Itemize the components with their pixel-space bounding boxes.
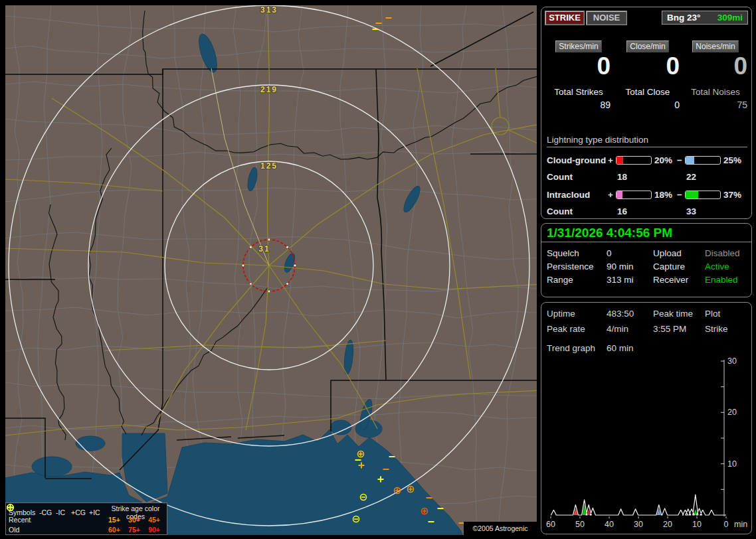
- ring-label-313: 313: [260, 5, 278, 15]
- status-panel: 1/31/2026 4:04:56 PM Squelch 0 Upload Di…: [541, 223, 752, 297]
- cg-positive-pct: 20%: [654, 155, 672, 165]
- ring-label-219: 219: [260, 85, 278, 94]
- legend-old-label: Old: [9, 526, 39, 534]
- upload-label: Upload: [653, 248, 682, 258]
- status-row: Squelch 0 Upload Disabled: [541, 248, 753, 262]
- close-per-min-value: 0: [616, 53, 680, 80]
- cg-negative-count: 22: [686, 172, 696, 182]
- trend-x-unit: min: [734, 520, 747, 529]
- intracloud-row: Intracloud + 18% − 37%: [547, 190, 747, 200]
- trend-graph-label: Trend graph: [547, 343, 595, 353]
- persistence-value: 90 min: [607, 262, 634, 271]
- persistence-label: Persistence: [547, 262, 594, 271]
- uptime-label: Uptime: [547, 309, 575, 319]
- noises-per-min-value: 0: [684, 53, 747, 80]
- upload-status: Disabled: [705, 248, 740, 258]
- age-90: 90+: [148, 526, 160, 534]
- close-per-min-button[interactable]: Close/min: [626, 40, 668, 52]
- count-label: Count: [547, 206, 573, 216]
- legend-old-ages: 60+ 75+ 90+: [107, 526, 164, 534]
- status-row: Range 313 mi Receiver Enabled: [541, 275, 753, 288]
- strike-counters-panel: STRIKE NOISE Bng 23° 309mi Strikes/min 0…: [541, 7, 752, 219]
- intracloud-label: Intracloud: [547, 190, 590, 200]
- cg-positive-count: 18: [617, 172, 627, 182]
- trend-graph: 1020306050403020100min: [541, 303, 751, 534]
- trend-x-label: 0: [724, 520, 729, 529]
- noises-per-min-button[interactable]: Noises/min: [692, 40, 738, 52]
- trend-x-label: 40: [605, 520, 614, 529]
- trend-window-value: 60 min: [607, 343, 634, 353]
- ring-label-125: 125: [260, 161, 278, 171]
- receiver-label: Receiver: [653, 275, 688, 285]
- squelch-label: Squelch: [547, 248, 579, 258]
- strikes-counter-column: Strikes/min 0 Total Strikes 89: [547, 40, 611, 110]
- age-75: 75+: [128, 526, 140, 534]
- rivers: [49, 11, 537, 440]
- legend-recent-label: Recent: [9, 516, 39, 524]
- map-legend: Symbols -CG -IC +CG +IC Strike age color…: [5, 502, 167, 535]
- ic-negative-count: 33: [686, 206, 696, 216]
- legend-cg-neg-header: -CG: [39, 508, 56, 516]
- cg-negative-pct: 25%: [723, 155, 741, 165]
- ic-negative-bar: [685, 191, 721, 199]
- plot-mode-value: Strike: [705, 324, 728, 334]
- strike-mode-button[interactable]: STRIKE: [545, 11, 584, 25]
- cg-negative-bar-fill: [686, 157, 694, 164]
- legend-header-row: Symbols -CG -IC +CG +IC Strike age color…: [9, 504, 164, 514]
- trend-y-label: 30: [727, 356, 737, 366]
- positive-sign: +: [608, 190, 613, 200]
- strikes-per-min-button[interactable]: Strikes/min: [555, 40, 601, 52]
- peak-time-label: Peak time: [653, 309, 693, 319]
- ic-positive-count: 16: [617, 206, 627, 216]
- age-60: 60+: [108, 526, 120, 534]
- strikes-per-min-value: 0: [547, 53, 611, 80]
- squelch-value: 0: [607, 248, 612, 258]
- gulf-of-mexico-water: [5, 32, 462, 535]
- trend-x-label: 30: [634, 520, 643, 529]
- total-close-label: Total Close: [616, 87, 680, 97]
- ic-negative-pct: 37%: [723, 190, 741, 200]
- lightning-map[interactable]: 31321912531 Symbols -CG -IC +CG +IC Stri…: [5, 5, 537, 535]
- legend-cg-pos-header: +CG: [71, 508, 89, 516]
- status-row: Persistence 90 min Capture Active: [541, 262, 753, 275]
- stats-row: Peak rate 4/min 3:55 PM Strike: [541, 324, 753, 337]
- trend-y-label: 10: [727, 459, 737, 469]
- cloud-ground-label: Cloud-ground: [547, 155, 606, 165]
- trend-panel: 1020306050403020100min Uptime 483:50 Pea…: [541, 302, 752, 534]
- negative-sign: −: [677, 190, 682, 200]
- total-noises-label: Total Noises: [684, 87, 747, 97]
- trend-x-label: 10: [692, 520, 702, 529]
- trend-x-label: 60: [546, 520, 555, 529]
- legend-recent-ages: 15+ 30+ 45+: [107, 516, 164, 524]
- capture-label: Capture: [653, 262, 685, 271]
- ic-positive-bar-fill: [616, 191, 622, 198]
- total-strikes-label: Total Strikes: [547, 87, 611, 97]
- stats-row: Uptime 483:50 Peak time Plot: [541, 309, 753, 322]
- cg-positive-bar: [616, 156, 652, 165]
- total-strikes-value: 89: [547, 100, 611, 110]
- legend-ic-neg-header: -IC: [56, 508, 71, 516]
- cg-negative-bar: [685, 156, 721, 165]
- cloud-ground-row: Cloud-ground + 20% − 25%: [547, 155, 747, 166]
- cloud-ground-count-row: Count 18 22: [547, 172, 747, 182]
- age-30: 30+: [128, 516, 140, 524]
- capture-status: Active: [705, 262, 729, 271]
- bearing-value: Bng 23°: [667, 13, 700, 23]
- ic-negative-bar-fill: [686, 191, 698, 198]
- trend-x-label: 20: [663, 520, 672, 529]
- mode-button-row: STRIKE NOISE Bng 23° 309mi: [545, 11, 747, 26]
- ring-label-31: 31: [258, 244, 270, 254]
- intracloud-count-row: Count 16 33: [547, 206, 747, 216]
- lake: [195, 32, 221, 74]
- range-label: Range: [547, 275, 573, 285]
- age-45: 45+: [148, 516, 160, 524]
- trend-y-label: 20: [727, 408, 737, 417]
- map-canvas[interactable]: 31321912531: [5, 5, 537, 535]
- noise-mode-button[interactable]: NOISE: [587, 11, 626, 25]
- copyright-notice: ©2005 Astrogenic Systems: [464, 522, 537, 535]
- ic-positive-pct: 18%: [654, 190, 672, 200]
- total-noises-value: 75: [684, 100, 747, 110]
- legend-ic-pos-header: +IC: [89, 508, 107, 516]
- trend-line: [551, 495, 726, 515]
- plot-label: Plot: [705, 309, 720, 319]
